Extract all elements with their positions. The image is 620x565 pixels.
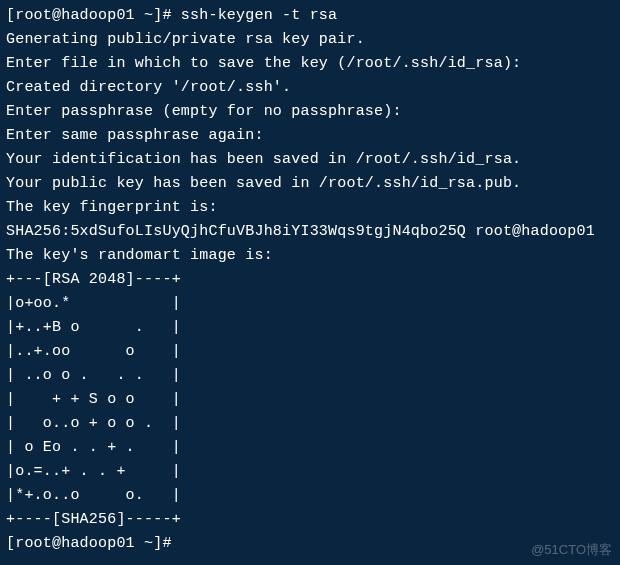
terminal-line: Created directory '/root/.ssh'.: [6, 76, 614, 100]
terminal-line: +---[RSA 2048]----+: [6, 268, 614, 292]
terminal-line: Generating public/private rsa key pair.: [6, 28, 614, 52]
terminal-line: |o+oo.* |: [6, 292, 614, 316]
terminal-line: | o..o + o o . |: [6, 412, 614, 436]
terminal-output[interactable]: [root@hadoop01 ~]# ssh-keygen -t rsaGene…: [6, 4, 614, 556]
terminal-line: |*+.o..o o. |: [6, 484, 614, 508]
terminal-line: The key's randomart image is:: [6, 244, 614, 268]
terminal-line: SHA256:5xdSufoLIsUyQjhCfuVBJh8iYI33Wqs9t…: [6, 220, 614, 244]
terminal-line: | o Eo . . + . |: [6, 436, 614, 460]
terminal-line: Enter file in which to save the key (/ro…: [6, 52, 614, 76]
terminal-line: Your identification has been saved in /r…: [6, 148, 614, 172]
terminal-line: +----[SHA256]-----+: [6, 508, 614, 532]
terminal-line: |+..+B o . |: [6, 316, 614, 340]
terminal-line: | ..o o . . . |: [6, 364, 614, 388]
terminal-line: [root@hadoop01 ~]#: [6, 532, 614, 556]
terminal-line: The key fingerprint is:: [6, 196, 614, 220]
terminal-line: Enter passphrase (empty for no passphras…: [6, 100, 614, 124]
terminal-line: |..+.oo o |: [6, 340, 614, 364]
terminal-line: [root@hadoop01 ~]# ssh-keygen -t rsa: [6, 4, 614, 28]
terminal-line: Enter same passphrase again:: [6, 124, 614, 148]
terminal-line: Your public key has been saved in /root/…: [6, 172, 614, 196]
terminal-line: |o.=..+ . . + |: [6, 460, 614, 484]
watermark-text: @51CTO博客: [531, 540, 612, 561]
terminal-line: | + + S o o |: [6, 388, 614, 412]
